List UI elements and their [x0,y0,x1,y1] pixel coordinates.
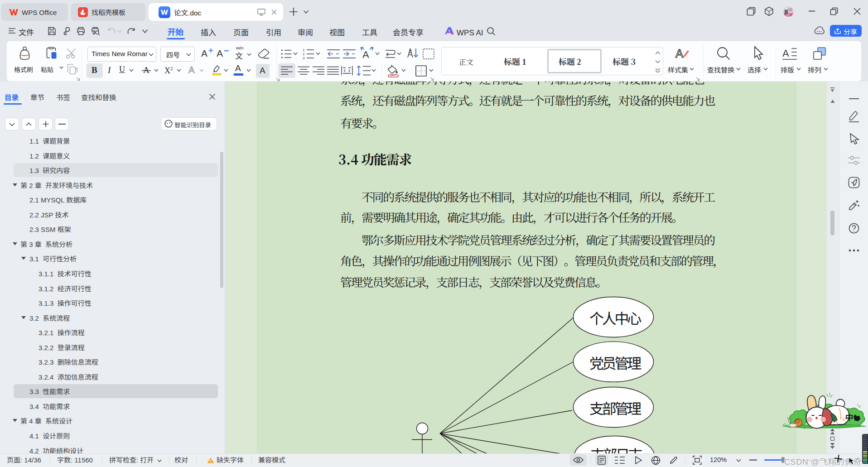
svg-text:2: 2 [303,52,305,56]
svg-text:3: 3 [303,56,305,59]
svg-text:A: A [782,48,789,59]
svg-text:A: A [675,47,684,60]
svg-text:中: 中 [845,411,854,423]
svg-text:A: A [362,49,369,59]
svg-text:1: 1 [303,48,305,52]
